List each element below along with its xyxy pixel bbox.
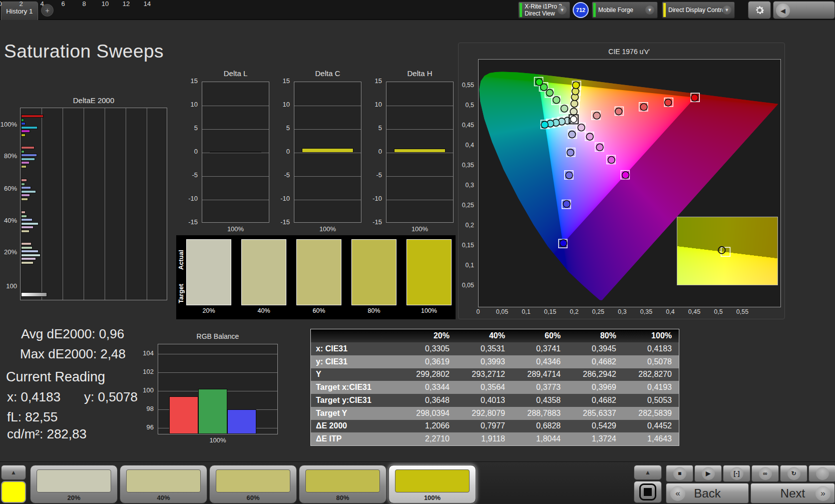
collapse-panel-button[interactable]: ◀ (773, 1, 835, 19)
cie-x-tick: 0,2 (565, 308, 583, 315)
cie-y-tick: 0,35 (453, 162, 476, 169)
rgb-gridline (158, 354, 277, 354)
cell-value: 0,3619 (401, 355, 457, 368)
meter-dropdown[interactable]: X-Rite i1Pro 3Direct View ▼ (518, 2, 570, 19)
current-y-value: y: 0,5078 (84, 389, 138, 405)
delta-l-chart: Delta L 100% (202, 69, 269, 234)
current-fl-value: fL: 82,55 (7, 409, 58, 425)
corner-cell (311, 329, 401, 342)
tab-label: History 1 (6, 8, 33, 15)
double-chevron-right-icon: » (815, 486, 830, 501)
delta-c-title: Delta C (294, 69, 361, 78)
cell-value: 282,8270 (623, 368, 679, 381)
deltae-group-label: 80% (0, 152, 19, 160)
double-chevron-left-icon: « (670, 486, 685, 501)
cie-y-tick: 0,3 (453, 182, 476, 189)
pattern-swatch-label: 100% (389, 494, 476, 501)
deltae-bar (21, 215, 27, 218)
single-measure-button[interactable]: [-] (723, 465, 750, 482)
delta-y-tick: -15 (370, 218, 384, 226)
swatch-label: 60% (296, 307, 341, 314)
current-reading-title: Current Reading (6, 369, 105, 385)
cie-y-tick: 0,5 (453, 102, 476, 109)
rgb-y-tick: 100 (139, 386, 156, 394)
rgb-bar (227, 409, 256, 434)
delta-y-tick: -15 (186, 218, 200, 226)
delta-l-y-labels: 151050-5-10-15 (186, 82, 200, 223)
swatch-label: 40% (241, 307, 286, 314)
row-label: Target y:CIE31 (311, 394, 401, 407)
cell-value: 2,2710 (401, 432, 457, 445)
page-title: Saturation Sweeps (4, 41, 164, 62)
source-dropdown[interactable]: Mobile Forge ▼ (592, 2, 658, 19)
pattern-swatch-button-80%[interactable]: 80% (299, 465, 386, 503)
deltae-bar (21, 179, 27, 182)
column-header: 60% (512, 329, 568, 342)
cell-value: 0,4682 (568, 355, 623, 368)
deltae2000-chart-title: DeltaE 2000 (20, 96, 167, 105)
delta-y-tick: 5 (186, 124, 200, 132)
max-de2000-value: Max dE2000: 2,48 (20, 346, 126, 362)
deltae2000-plot (20, 108, 167, 300)
cell-value: 0,3945 (568, 342, 623, 355)
stop-button[interactable]: ■ (666, 465, 693, 482)
cell-value: 292,8079 (457, 407, 512, 420)
delta-y-tick: -15 (278, 218, 292, 226)
cie-x-tick: 0,05 (493, 308, 511, 315)
next-button[interactable]: Next » (750, 483, 835, 503)
rgb-balance-y-labels: 1041021009896 (139, 344, 156, 434)
deltae-bar (21, 230, 30, 233)
cell-value: 286,2942 (568, 368, 623, 381)
pattern-window-icon (639, 483, 656, 500)
cie-y-tick: 0,45 (453, 122, 476, 129)
delta-h-y-labels: 151050-5-10-15 (370, 82, 384, 223)
back-button[interactable]: « Back (666, 483, 749, 503)
deltae-bar (21, 246, 33, 249)
pattern-swatch-button-60%[interactable]: 60% (209, 465, 297, 503)
deltae-x-tick: 6 (57, 0, 69, 8)
table-row: ΔE 20001,20660,79770,68280,54290,4452 (311, 420, 679, 433)
pattern-swatch-label: 80% (299, 494, 386, 501)
rgb-gridline (158, 372, 277, 373)
display-control-label: Direct Display Control (668, 7, 726, 14)
table-row: ΔE ITP2,27101,91181,80441,37241,4643 (311, 432, 679, 445)
pattern-swatch-button-20%[interactable]: 20% (30, 465, 118, 503)
deltae-x-tick: 10 (99, 0, 111, 8)
deltae-bar (21, 165, 27, 168)
delta-y-tick: -10 (186, 195, 200, 202)
deltae-bar (21, 292, 47, 297)
bottom-bar: ▲ 20%40%60%80%100% ▲ ■▶[-]∞↻ « Back Next… (0, 461, 835, 504)
delta-gridline (202, 200, 269, 200)
cie-y-tick: 0,55 (453, 82, 476, 89)
pattern-swatch-color (37, 469, 111, 492)
play-button[interactable]: ▶ (694, 465, 722, 482)
pattern-swatch-button-100%[interactable]: 100% (388, 465, 476, 503)
deltae-bar (21, 150, 25, 153)
deltae-bar (21, 254, 41, 257)
source-status-bar (593, 3, 596, 17)
cell-value: 0,3773 (512, 381, 568, 394)
display-control-dropdown[interactable]: Direct Display Control ▼ (662, 2, 735, 19)
expand-pattern-options-button[interactable]: ▲ (634, 465, 662, 480)
swatch-label: 80% (351, 307, 396, 314)
rgb-y-tick: 96 (139, 423, 156, 431)
settings-button[interactable] (748, 1, 771, 19)
continuous-measure-button[interactable]: ∞ (751, 465, 779, 482)
loop-measure-icon: ↻ (787, 467, 800, 480)
extra-button[interactable] (808, 465, 835, 482)
deltae-group-label: 40% (0, 217, 19, 224)
continuous-measure-icon: ∞ (759, 467, 772, 480)
next-label: Next (780, 486, 805, 500)
pattern-swatch-color (305, 469, 380, 492)
row-label: ΔE 2000 (311, 420, 401, 433)
loop-measure-button[interactable]: ↻ (780, 465, 807, 482)
back-label: Back (694, 486, 720, 500)
delta-y-tick: -5 (278, 171, 292, 179)
rgb-balance-title: RGB Balance (158, 332, 278, 340)
pattern-swatch-row: 20%40%60%80%100% (0, 462, 501, 504)
delta-y-tick: 10 (370, 101, 384, 108)
cie-y-tick: 0,2 (453, 222, 476, 229)
pattern-window-button[interactable] (634, 481, 662, 503)
pattern-swatch-button-40%[interactable]: 40% (120, 465, 207, 503)
meter-count-badge[interactable]: 712 (573, 2, 589, 18)
